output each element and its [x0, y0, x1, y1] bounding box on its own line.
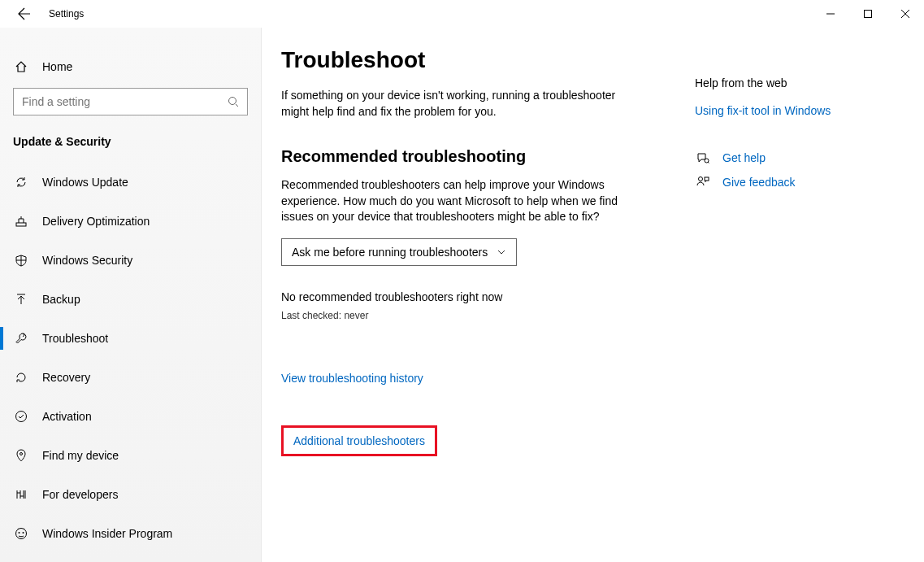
- sidebar-item-label: Backup: [42, 293, 80, 306]
- svg-point-5: [16, 529, 27, 539]
- sidebar-item-backup[interactable]: Backup: [0, 280, 261, 319]
- page-title: Troubleshoot: [281, 47, 679, 73]
- svg-rect-2: [16, 223, 26, 226]
- recovery-icon: [13, 371, 29, 384]
- sidebar-item-find-my-device[interactable]: Find my device: [0, 436, 261, 475]
- developers-icon: [13, 488, 29, 501]
- troubleshoot-preference-dropdown[interactable]: Ask me before running troubleshooters: [281, 238, 517, 266]
- close-icon: [901, 10, 909, 18]
- svg-point-1: [229, 98, 236, 105]
- sidebar-item-label: Delivery Optimization: [42, 215, 150, 228]
- home-icon: [13, 60, 29, 73]
- sidebar-item-label: Windows Update: [42, 176, 128, 189]
- maximize-icon: [864, 10, 872, 18]
- help-icon: [695, 151, 711, 164]
- arrow-left-icon: [18, 7, 31, 20]
- sidebar-item-windows-insider[interactable]: Windows Insider Program: [0, 514, 261, 553]
- sidebar-item-windows-update[interactable]: Windows Update: [0, 163, 261, 202]
- sidebar-item-recovery[interactable]: Recovery: [0, 358, 261, 397]
- shield-icon: [13, 254, 29, 267]
- sidebar: Home Update & Security Windows Update De…: [0, 28, 262, 562]
- page-intro: If something on your device isn't workin…: [281, 88, 631, 120]
- dropdown-value: Ask me before running troubleshooters: [292, 246, 488, 259]
- feedback-icon: [695, 176, 711, 189]
- status-text: No recommended troubleshooters right now: [281, 290, 679, 303]
- minimize-icon: [826, 10, 835, 18]
- svg-point-3: [16, 412, 27, 422]
- section-desc: Recommended troubleshooters can help imp…: [281, 177, 631, 225]
- give-feedback-link[interactable]: Give feedback: [695, 176, 895, 189]
- sidebar-item-label: Troubleshoot: [42, 332, 108, 345]
- content-aside: Help from the web Using fix-it tool in W…: [695, 47, 895, 542]
- svg-point-9: [699, 177, 703, 181]
- section-title: Recommended troubleshooting: [281, 147, 679, 166]
- insider-icon: [13, 527, 29, 540]
- back-button[interactable]: [15, 4, 34, 24]
- svg-point-6: [19, 532, 20, 534]
- svg-point-4: [20, 453, 23, 455]
- delivery-icon: [13, 215, 29, 228]
- window-title: Settings: [49, 8, 84, 20]
- aside-web-link[interactable]: Using fix-it tool in Windows: [695, 104, 895, 117]
- sidebar-item-label: Windows Insider Program: [42, 527, 172, 540]
- sidebar-item-for-developers[interactable]: For developers: [0, 475, 261, 514]
- location-icon: [13, 449, 29, 462]
- sidebar-item-label: Find my device: [42, 449, 119, 462]
- wrench-icon: [13, 332, 29, 345]
- sidebar-item-label: Activation: [42, 410, 92, 423]
- additional-troubleshooters-link[interactable]: Additional troubleshooters: [293, 434, 425, 447]
- chevron-down-icon: [497, 247, 506, 257]
- svg-rect-0: [865, 11, 872, 18]
- sidebar-item-label: For developers: [42, 488, 118, 501]
- aside-heading: Help from the web: [695, 76, 895, 89]
- backup-icon: [13, 293, 29, 306]
- sidebar-item-label: Windows Security: [42, 254, 132, 267]
- get-help-link[interactable]: Get help: [695, 151, 895, 164]
- sidebar-category: Update & Security: [0, 129, 261, 163]
- search-input[interactable]: [22, 95, 228, 108]
- maximize-button[interactable]: [849, 1, 887, 27]
- svg-rect-10: [705, 177, 709, 181]
- additional-troubleshooters-highlight: Additional troubleshooters: [281, 425, 437, 456]
- sync-icon: [13, 176, 29, 189]
- sidebar-item-windows-security[interactable]: Windows Security: [0, 241, 261, 280]
- home-label: Home: [42, 60, 72, 73]
- sidebar-item-label: Recovery: [42, 371, 90, 384]
- minimize-button[interactable]: [812, 1, 849, 27]
- sidebar-item-troubleshoot[interactable]: Troubleshoot: [0, 319, 261, 358]
- close-button[interactable]: [887, 1, 924, 27]
- status-sub: Last checked: never: [281, 310, 679, 321]
- give-feedback-label: Give feedback: [722, 176, 796, 189]
- search-box[interactable]: [13, 88, 248, 115]
- home-button[interactable]: Home: [0, 50, 261, 83]
- search-icon: [228, 96, 239, 107]
- get-help-label: Get help: [722, 151, 766, 164]
- svg-point-7: [23, 532, 24, 534]
- check-circle-icon: [13, 410, 29, 423]
- history-link[interactable]: View troubleshooting history: [281, 372, 423, 385]
- sidebar-item-delivery-optimization[interactable]: Delivery Optimization: [0, 202, 261, 241]
- content-main: Troubleshoot If something on your device…: [281, 47, 679, 542]
- sidebar-item-activation[interactable]: Activation: [0, 397, 261, 436]
